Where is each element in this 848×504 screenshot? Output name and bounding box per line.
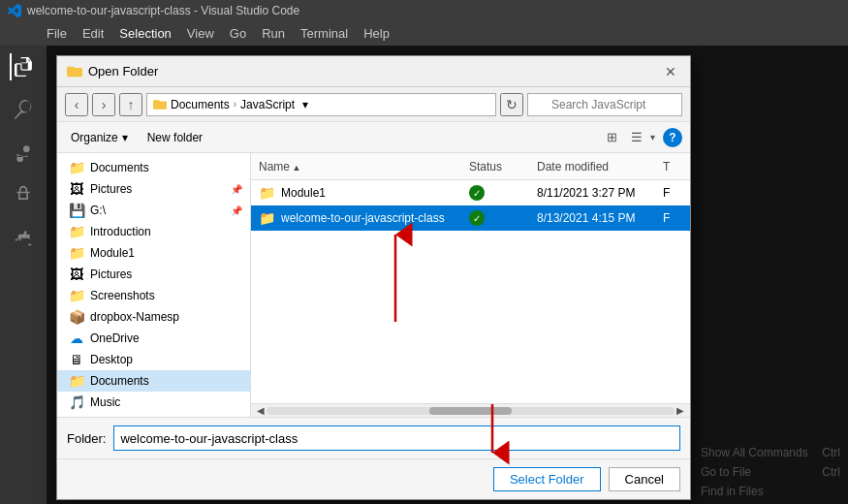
left-item-dropbox[interactable]: 📦 dropbox-Namesp <box>57 306 250 328</box>
open-folder-dialog: Open Folder ✕ ‹ › ↑ Documents › JavaScri… <box>56 55 691 500</box>
activity-debug[interactable] <box>10 181 37 208</box>
activity-search[interactable] <box>10 96 37 123</box>
organize-button[interactable]: Organize ▾ <box>65 129 134 146</box>
nav-forward-button[interactable]: › <box>92 93 115 116</box>
activity-extensions[interactable] <box>10 224 37 251</box>
left-item-documents-label: Documents <box>90 161 149 174</box>
status-ok-welcome: ✓ <box>469 210 485 226</box>
scroll-left-button[interactable]: ◀ <box>255 405 267 416</box>
dialog-buttons: Select Folder Cancel <box>57 458 690 499</box>
view-toggle: ⊞ ☰ ▾ <box>600 127 655 148</box>
left-item-desktop[interactable]: 🖥 Desktop <box>57 349 250 370</box>
file-row-welcome[interactable]: 📁 welcome-to-our-javascript-class ✓ 8/13… <box>251 205 690 231</box>
col-type-header: T <box>663 160 682 173</box>
path-javascript[interactable]: JavaScript <box>240 98 295 111</box>
left-item-documents2[interactable]: 📁 Documents <box>57 370 250 392</box>
view-details-button[interactable]: ⊞ <box>600 127 623 148</box>
dialog-left-panel: 📁 Documents 🖼 Pictures 📌 💾 G:\ 📌 📁 Intro… <box>57 153 251 417</box>
path-folder-icon <box>153 98 167 111</box>
left-item-onedrive-label: OneDrive <box>90 331 140 345</box>
left-item-music[interactable]: 🎵 Music <box>57 392 250 413</box>
menu-bar: File Edit Selection View Go Run Terminal… <box>0 21 848 46</box>
left-item-onedrive[interactable]: ☁ OneDrive <box>57 328 250 349</box>
pin-icon: 📌 <box>231 184 242 195</box>
music-icon: 🎵 <box>69 394 84 410</box>
folder-input[interactable] <box>113 425 680 451</box>
pin-icon-g: 📌 <box>231 205 242 216</box>
vscode-logo-icon <box>8 4 21 17</box>
scroll-track[interactable] <box>267 407 675 415</box>
pictures2-icon: 🖼 <box>69 267 84 282</box>
nav-back-button[interactable]: ‹ <box>65 93 88 116</box>
module1-folder-icon: 📁 <box>259 185 275 201</box>
new-folder-button[interactable]: New folder <box>141 129 208 146</box>
view-dropdown-icon[interactable]: ▾ <box>650 132 655 142</box>
title-bar: welcome-to-our-javascript-class - Visual… <box>0 0 848 21</box>
file-name-module1: Module1 <box>281 186 469 200</box>
menu-run[interactable]: Run <box>262 26 285 41</box>
file-type-module1: F <box>663 186 682 200</box>
left-item-pictures[interactable]: 🖼 Pictures 📌 <box>57 178 250 200</box>
path-documents[interactable]: Documents <box>171 98 230 111</box>
help-button[interactable]: ? <box>663 128 682 147</box>
documents-icon: 📁 <box>69 160 84 175</box>
cancel-button[interactable]: Cancel <box>609 467 680 491</box>
scroll-right-button[interactable]: ▶ <box>675 405 686 416</box>
menu-terminal[interactable]: Terminal <box>300 26 348 41</box>
col-date-header: Date modified <box>537 160 663 173</box>
onedrive-icon: ☁ <box>69 331 84 346</box>
nav-refresh-button[interactable]: ↻ <box>500 93 523 116</box>
left-item-gdrive[interactable]: 💾 G:\ 📌 <box>57 200 250 221</box>
file-date-module1: 8/11/2021 3:27 PM <box>537 186 663 200</box>
menu-go[interactable]: Go <box>230 26 246 41</box>
col-name-header[interactable]: Name <box>259 160 469 173</box>
gdrive-icon: 💾 <box>69 203 84 218</box>
left-item-introduction[interactable]: 📁 Introduction <box>57 221 250 242</box>
screenshots-icon: 📁 <box>69 288 84 303</box>
nav-search-input[interactable] <box>527 93 682 116</box>
dialog-body: 📁 Documents 🖼 Pictures 📌 💾 G:\ 📌 📁 Intro… <box>57 153 690 417</box>
menu-view[interactable]: View <box>187 26 214 41</box>
dropbox-icon: 📦 <box>69 309 84 325</box>
file-list: 📁 Module1 ✓ 8/11/2021 3:27 PM F 📁 welcom… <box>251 180 690 403</box>
menu-file[interactable]: File <box>47 26 67 41</box>
menu-selection[interactable]: Selection <box>119 26 171 41</box>
dialog-nav: ‹ › ↑ Documents › JavaScript ▾ ↻ 🔍 <box>57 87 690 122</box>
nav-up-button[interactable]: ↑ <box>119 93 142 116</box>
folder-row: Folder: <box>57 417 690 458</box>
activity-source-control[interactable] <box>10 139 37 166</box>
left-item-module1[interactable]: 📁 Module1 <box>57 242 250 264</box>
organize-dropdown-icon: ▾ <box>122 131 128 144</box>
left-item-pictures-label: Pictures <box>90 182 132 196</box>
menu-help[interactable]: Help <box>363 26 390 41</box>
welcome-folder-icon: 📁 <box>259 210 275 226</box>
menu-edit[interactable]: Edit <box>82 26 104 41</box>
module1-icon: 📁 <box>69 245 84 261</box>
introduction-icon: 📁 <box>69 224 84 239</box>
file-status-module1: ✓ <box>469 185 537 201</box>
dialog-title-bar: Open Folder ✕ <box>57 56 690 87</box>
select-folder-button[interactable]: Select Folder <box>493 467 601 491</box>
status-ok-module1: ✓ <box>469 185 485 201</box>
dialog-title: Open Folder <box>88 64 158 79</box>
path-dropdown-icon[interactable]: ▾ <box>302 98 308 111</box>
nav-path[interactable]: Documents › JavaScript ▾ <box>146 93 496 116</box>
activity-bar <box>0 46 47 504</box>
dialog-right-panel: Name Status Date modified T 📁 Module1 ✓ … <box>251 153 690 417</box>
search-wrap: 🔍 <box>527 93 682 116</box>
left-item-screenshots[interactable]: 📁 Screenshots <box>57 285 250 306</box>
left-item-screenshots-label: Screenshots <box>90 289 155 302</box>
left-item-documents[interactable]: 📁 Documents <box>57 157 250 178</box>
desktop-icon: 🖥 <box>69 352 84 367</box>
scroll-thumb[interactable] <box>429 407 511 415</box>
dialog-toolbar: Organize ▾ New folder ⊞ ☰ ▾ ? <box>57 122 690 153</box>
left-item-gdrive-label: G:\ <box>90 204 106 217</box>
left-item-music-label: Music <box>90 395 120 409</box>
dialog-close-button[interactable]: ✕ <box>661 62 680 81</box>
left-item-desktop-label: Desktop <box>90 353 133 366</box>
left-item-pictures2[interactable]: 🖼 Pictures <box>57 264 250 285</box>
view-list-button[interactable]: ☰ <box>625 127 648 148</box>
file-row-module1[interactable]: 📁 Module1 ✓ 8/11/2021 3:27 PM F <box>251 180 690 205</box>
horizontal-scrollbar[interactable]: ◀ ▶ <box>251 403 690 417</box>
activity-explorer[interactable] <box>10 53 37 80</box>
